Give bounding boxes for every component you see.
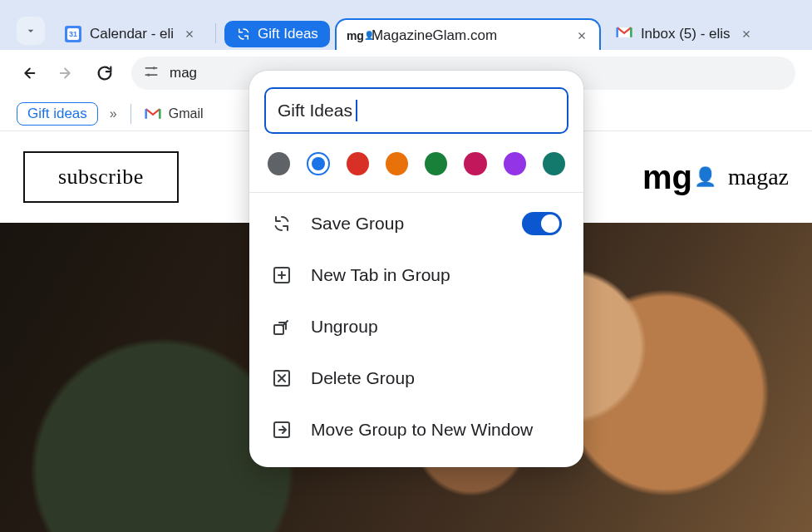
color-blue[interactable] (312, 157, 325, 170)
arrow-right-icon (57, 64, 76, 82)
tab-close-button[interactable] (739, 27, 754, 42)
group-name-input[interactable]: Gift Ideas (264, 87, 568, 134)
color-green[interactable] (425, 152, 447, 175)
arrow-left-icon (19, 64, 37, 82)
bookmark-gmail[interactable]: Gmail (145, 106, 204, 121)
address-text: mag (170, 65, 197, 81)
search-tabs-button[interactable] (17, 17, 45, 45)
text-cursor (356, 100, 357, 121)
menu-ungroup[interactable]: Ungroup (264, 301, 568, 352)
menu-label: Delete Group (311, 368, 415, 388)
svg-point-0 (153, 66, 155, 69)
site-brand: mg👤 magaz (642, 159, 789, 196)
bookmark-divider (130, 104, 131, 124)
tab-group-label: Gift Ideas (258, 26, 318, 42)
tab-title: MagazineGlam.com (372, 27, 566, 44)
close-icon (576, 30, 588, 42)
menu-label: Ungroup (311, 317, 378, 337)
tab-title: Inbox (5) - elis (641, 26, 731, 42)
tab-inbox[interactable]: Inbox (5) - elis (606, 18, 764, 50)
menu-label: Save Group (311, 214, 404, 234)
color-red[interactable] (347, 152, 369, 175)
group-menu-list: Save Group New Tab in Group Ungroup Dele… (264, 198, 568, 456)
tab-close-button[interactable] (574, 28, 589, 43)
tab-title: Calendar - eli (90, 26, 174, 42)
subscribe-button[interactable]: subscribe (23, 151, 179, 203)
tab-divider (215, 23, 216, 43)
chevrons-icon[interactable]: » (110, 106, 117, 121)
menu-move-to-new-window[interactable]: Move Group to New Window (264, 404, 568, 456)
menu-label: Move Group to New Window (311, 420, 533, 440)
reload-icon (96, 64, 114, 82)
tab-group-chip[interactable]: Gift Ideas (224, 21, 330, 47)
menu-delete-group[interactable]: Delete Group (264, 352, 568, 404)
tab-strip: Calendar - eli Gift Ideas mg👤 MagazineGl… (0, 0, 812, 50)
ungroup-icon (271, 316, 293, 337)
color-pink[interactable] (464, 152, 486, 175)
color-orange[interactable] (386, 152, 408, 175)
sync-icon (271, 213, 293, 234)
close-icon (741, 28, 752, 40)
reload-button[interactable] (93, 62, 116, 85)
gmail-icon (616, 26, 632, 42)
tab-magazine-active[interactable]: mg👤 MagazineGlam.com (335, 18, 601, 50)
new-tab-icon (271, 264, 293, 286)
save-group-toggle[interactable] (522, 212, 562, 235)
tab-group-menu: Gift Ideas Save Group New Tab in Group (249, 71, 583, 467)
delete-icon (271, 367, 293, 389)
menu-new-tab-in-group[interactable]: New Tab in Group (264, 249, 568, 301)
forward-button[interactable] (55, 62, 78, 85)
color-grey[interactable] (268, 152, 290, 175)
back-button[interactable] (17, 62, 40, 85)
tune-icon (143, 63, 160, 84)
calendar-icon (65, 26, 81, 42)
close-icon (184, 28, 195, 40)
chevron-down-icon (24, 24, 37, 37)
site-favicon: mg👤 (347, 27, 363, 44)
move-window-icon (271, 419, 293, 441)
tab-close-button[interactable] (182, 27, 197, 42)
bookmark-label: Gmail (169, 106, 204, 121)
tab-calendar[interactable]: Calendar - eli (55, 18, 207, 50)
color-swatches (264, 134, 568, 190)
sync-icon (236, 27, 251, 42)
color-teal[interactable] (543, 152, 565, 175)
menu-separator (249, 192, 583, 193)
gmail-icon (145, 107, 161, 121)
menu-label: New Tab in Group (311, 265, 450, 285)
svg-point-1 (147, 73, 150, 76)
brand-wordmark: magaz (728, 164, 789, 190)
menu-save-group[interactable]: Save Group (264, 198, 568, 249)
group-name-value: Gift Ideas (278, 101, 352, 121)
bookmark-group-gift-ideas[interactable]: Gift ideas (17, 102, 98, 126)
brand-logo: mg👤 (642, 159, 716, 196)
color-purple[interactable] (504, 152, 526, 175)
